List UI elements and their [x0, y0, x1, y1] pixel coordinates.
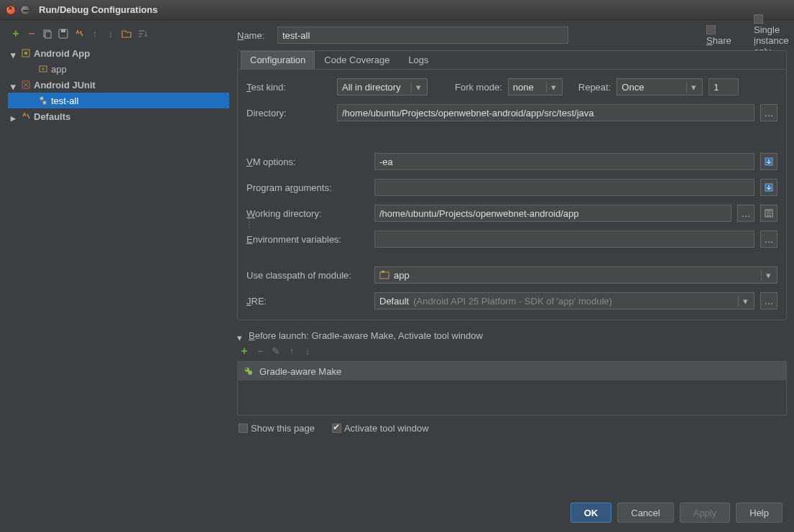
android-module-icon [38, 64, 48, 74]
tree-node-test-all[interactable]: test-all [8, 93, 229, 108]
ok-button[interactable]: OK [571, 503, 612, 523]
apply-button[interactable]: Apply [680, 503, 731, 523]
window-title: Run/Debug Configurations [39, 4, 157, 15]
add-config-icon[interactable]: + [10, 28, 22, 39]
expander-icon[interactable] [11, 81, 18, 88]
module-icon [379, 270, 389, 280]
env-vars-input[interactable] [374, 230, 754, 248]
working-dir-input[interactable] [374, 205, 731, 222]
jre-browse-button[interactable]: … [760, 292, 777, 309]
gradle-icon [244, 366, 254, 376]
svg-rect-3 [61, 29, 65, 32]
move-down-icon[interactable]: ↓ [105, 28, 116, 39]
expander-icon[interactable] [237, 332, 244, 340]
fork-mode-select[interactable]: none ▾ [508, 78, 563, 95]
test-kind-label: Test kind: [246, 82, 331, 93]
working-dir-vars-button[interactable] [760, 205, 777, 222]
vm-options-input[interactable] [374, 153, 754, 170]
repeat-select[interactable]: Once ▾ [617, 78, 703, 95]
jre-hint: (Android API 25 Platform - SDK of 'app' … [413, 296, 612, 307]
share-checkbox[interactable] [706, 25, 716, 34]
expand-field-button[interactable] [760, 179, 777, 196]
jre-select[interactable]: Default (Android API 25 Platform - SDK o… [374, 292, 754, 309]
repeat-count-input[interactable] [708, 78, 739, 95]
name-input[interactable] [277, 27, 568, 44]
name-row: Name: SSharehare Single instance only [237, 24, 787, 46]
show-this-page-checkbox[interactable] [239, 424, 248, 433]
env-vars-browse-button[interactable]: … [760, 230, 777, 248]
program-args-input[interactable] [374, 179, 754, 196]
directory-browse-button[interactable]: … [760, 104, 777, 121]
window-close-button[interactable] [6, 5, 16, 15]
svg-rect-11 [382, 271, 384, 273]
dropdown-arrow-icon: ▾ [761, 270, 772, 281]
env-vars-row: Environment variables: … [246, 229, 777, 249]
expander-icon[interactable] [11, 50, 18, 57]
titlebar: Run/Debug Configurations [0, 0, 794, 20]
tree-label: Defaults [34, 111, 70, 122]
tree-node-app[interactable]: app [8, 61, 229, 77]
edit-task-icon[interactable]: ✎ [270, 345, 282, 357]
add-task-icon[interactable]: + [239, 345, 250, 357]
split-handle[interactable] [249, 215, 251, 244]
test-kind-row: Test kind: All in directory ▾ Fork mode:… [246, 77, 777, 97]
tab-logs[interactable]: Logs [399, 51, 438, 69]
svg-point-6 [42, 68, 45, 70]
tab-configuration[interactable]: Configuration [241, 51, 315, 70]
tree-label: test-all [51, 95, 78, 106]
window-minimize-button[interactable] [20, 5, 30, 15]
junit-icon [21, 80, 31, 90]
tab-code-coverage[interactable]: Code Coverage [315, 51, 399, 69]
svg-point-13 [248, 370, 252, 375]
directory-input[interactable] [337, 104, 754, 121]
working-dir-browse-button[interactable]: … [737, 205, 754, 222]
config-detail-pane: Name: SSharehare Single instance only Co… [237, 24, 787, 496]
dialog-footer: OK Cancel Apply Help [0, 496, 794, 532]
show-this-page-label[interactable]: Show this page [239, 423, 315, 434]
dialog-body: + − ↑ ↓ [0, 20, 794, 496]
working-dir-label: Working directory: [246, 208, 369, 219]
vm-options-row: VM options: [246, 151, 777, 172]
folder-icon[interactable] [121, 28, 132, 39]
before-launch-item[interactable]: Gradle-aware Make [238, 362, 786, 381]
activate-tool-window-checkbox[interactable] [332, 424, 341, 433]
test-kind-select[interactable]: All in directory ▾ [337, 78, 428, 95]
config-tree[interactable]: Android App app Android JUnit [7, 43, 230, 496]
help-button[interactable]: Help [736, 503, 783, 523]
jre-value: Default [379, 296, 409, 307]
before-launch-header[interactable]: Before launch: Gradle-aware Make, Activa… [237, 330, 787, 341]
directory-label: Directory: [246, 108, 331, 118]
before-launch-list[interactable]: Gradle-aware Make [237, 361, 787, 416]
settings-icon[interactable] [73, 28, 85, 39]
working-dir-row: Working directory: … [246, 203, 777, 223]
classpath-select[interactable]: app ▾ [374, 266, 777, 284]
expand-field-button[interactable] [760, 153, 777, 170]
share-checkbox-label[interactable]: SSharehare [706, 24, 739, 46]
remove-task-icon[interactable]: − [254, 345, 266, 357]
move-up-task-icon[interactable]: ↑ [286, 345, 297, 357]
tree-node-android-app[interactable]: Android App [8, 45, 229, 61]
jre-label: JRE: [246, 296, 369, 307]
single-instance-checkbox[interactable] [754, 14, 763, 24]
move-down-task-icon[interactable]: ↓ [302, 345, 313, 357]
activate-tool-window-label[interactable]: Activate tool window [332, 423, 429, 434]
copy-config-icon[interactable] [42, 28, 53, 39]
sort-icon[interactable] [137, 28, 148, 39]
cancel-button[interactable]: Cancel [617, 503, 673, 523]
defaults-icon [21, 111, 31, 121]
program-args-label: Program arguments: [246, 182, 369, 193]
tree-node-defaults[interactable]: Defaults [8, 108, 229, 124]
move-up-icon[interactable]: ↑ [89, 28, 101, 39]
jre-row: JRE: Default (Android API 25 Platform - … [246, 291, 777, 311]
directory-row: Directory: … [246, 103, 777, 123]
tree-node-android-junit[interactable]: Android JUnit [8, 77, 229, 93]
run-debug-config-dialog: Run/Debug Configurations + − ↑ ↓ [0, 0, 794, 532]
remove-config-icon[interactable]: − [26, 28, 37, 39]
before-launch-options: Show this page Activate tool window [237, 420, 787, 437]
test-kind-value: All in directory [342, 82, 401, 93]
dropdown-arrow-icon: ▾ [686, 82, 698, 93]
save-config-icon[interactable] [57, 28, 69, 39]
expander-icon[interactable] [11, 113, 18, 120]
before-launch-toolbar: + − ✎ ↑ ↓ [237, 345, 787, 357]
program-args-row: Program arguments: [246, 177, 777, 197]
